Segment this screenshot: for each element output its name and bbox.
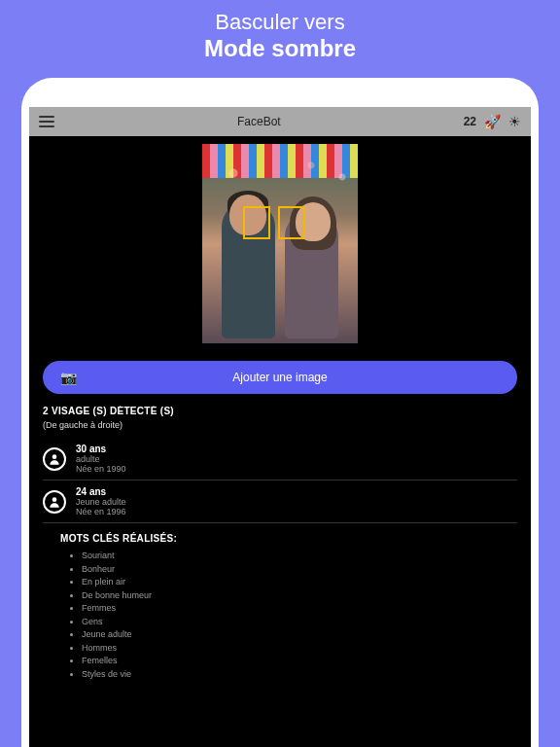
brightness-icon[interactable]: ☀ [508, 114, 521, 129]
keyword-item: Gens [82, 616, 517, 629]
detection-subtitle: (De gauche à droite) [43, 420, 517, 430]
svg-point-0 [52, 454, 57, 459]
menu-icon[interactable] [39, 116, 54, 127]
image-preview-area [29, 136, 531, 351]
face-born: Née en 1996 [76, 507, 126, 516]
keyword-item: Hommes [82, 642, 517, 656]
promo-banner: Basculer vers Mode sombre [0, 0, 560, 78]
face-info: 30 ans adulte Née en 1990 [76, 444, 126, 474]
keywords-title: MOTS CLÉS RÉALISÉS: [60, 533, 517, 544]
face-detection-box [243, 206, 270, 239]
results-panel: 2 VISAGE (S) DÉTECTÉ (S) (De gauche à dr… [29, 406, 531, 747]
toolbar: FaceBot 22 🚀 ☀ [29, 107, 531, 136]
keyword-item: Styles de vie [82, 668, 517, 682]
camera-icon: 📷 [60, 370, 77, 385]
svg-point-1 [52, 497, 57, 502]
face-born: Née en 1990 [76, 464, 126, 474]
device-frame: FaceBot 22 🚀 ☀ 📷 Ajouter une image 2 VIS… [21, 78, 539, 747]
add-image-button[interactable]: 📷 Ajouter une image [43, 361, 517, 394]
promo-line2: Mode sombre [0, 35, 560, 62]
face-info: 24 ans Jeune adulte Née en 1996 [76, 486, 126, 516]
keyword-item: En plein air [82, 576, 517, 589]
credit-count: 22 [464, 115, 476, 128]
promo-line1: Basculer vers [0, 10, 560, 35]
detection-title: 2 VISAGE (S) DÉTECTÉ (S) [43, 406, 517, 416]
face-result-row[interactable]: 30 ans adulte Née en 1990 [43, 438, 517, 480]
keyword-item: Souriant [82, 550, 517, 563]
keywords-list: Souriant Bonheur En plein air De bonne h… [43, 550, 517, 681]
app-screen: FaceBot 22 🚀 ☀ 📷 Ajouter une image 2 VIS… [29, 107, 531, 747]
analyzed-photo[interactable] [202, 144, 358, 343]
keyword-item: De bonne humeur [82, 589, 517, 603]
avatar-icon [43, 447, 66, 471]
app-title: FaceBot [62, 115, 456, 128]
face-category: Jeune adulte [76, 497, 126, 507]
keyword-item: Femmes [82, 602, 517, 616]
face-category: adulte [76, 454, 126, 464]
face-result-row[interactable]: 24 ans Jeune adulte Née en 1996 [43, 480, 517, 523]
face-age: 30 ans [76, 444, 126, 454]
face-detection-box [278, 206, 305, 239]
add-image-label: Ajouter une image [232, 371, 327, 384]
avatar-icon [43, 490, 66, 514]
keyword-item: Femelles [82, 655, 517, 668]
keyword-item: Jeune adulte [82, 628, 517, 642]
keyword-item: Bonheur [82, 563, 517, 577]
face-age: 24 ans [76, 486, 126, 497]
rocket-icon[interactable]: 🚀 [484, 114, 501, 129]
